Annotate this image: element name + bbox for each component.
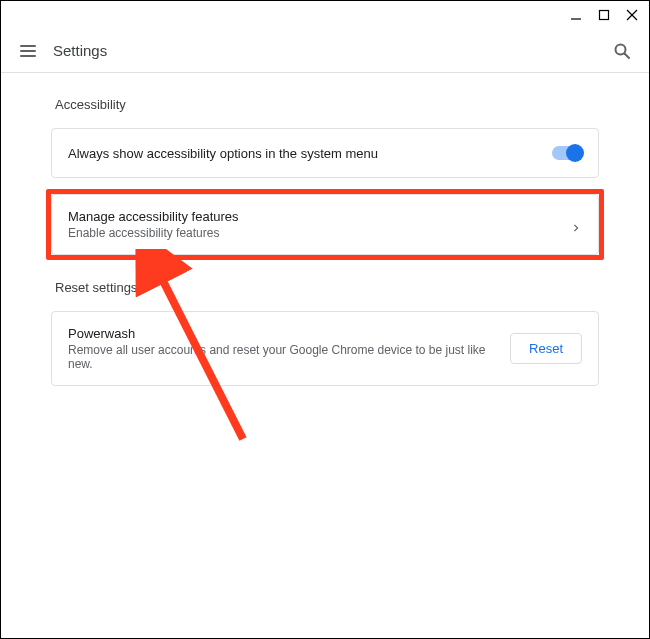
reset-button[interactable]: Reset [510, 333, 582, 364]
always-show-accessibility-label: Always show accessibility options in the… [68, 146, 552, 161]
svg-rect-1 [600, 11, 609, 20]
annotation-highlight: Manage accessibility features Enable acc… [46, 189, 604, 260]
powerwash-row: Powerwash Remove all user accounts and r… [52, 312, 598, 385]
always-show-accessibility-toggle[interactable] [552, 146, 582, 160]
chevron-right-icon [572, 220, 582, 230]
manage-accessibility-sub: Enable accessibility features [68, 226, 572, 240]
always-show-accessibility-card: Always show accessibility options in the… [51, 128, 599, 178]
always-show-accessibility-row[interactable]: Always show accessibility options in the… [52, 129, 598, 177]
accessibility-section-title: Accessibility [55, 97, 595, 112]
settings-content: Accessibility Always show accessibility … [1, 73, 649, 386]
window-frame: Settings Accessibility Always show acces… [0, 0, 650, 639]
close-button[interactable] [625, 8, 639, 22]
minimize-button[interactable] [569, 8, 583, 22]
page-title: Settings [53, 42, 107, 59]
powerwash-label: Powerwash [68, 326, 510, 341]
maximize-button[interactable] [597, 8, 611, 22]
svg-line-5 [625, 53, 630, 58]
manage-accessibility-label: Manage accessibility features [68, 209, 572, 224]
manage-accessibility-row[interactable]: Manage accessibility features Enable acc… [52, 195, 598, 254]
app-header: Settings [1, 29, 649, 73]
search-icon[interactable] [613, 42, 631, 60]
powerwash-sub: Remove all user accounts and reset your … [68, 343, 510, 371]
manage-accessibility-card: Manage accessibility features Enable acc… [51, 194, 599, 255]
reset-section-title: Reset settings [55, 280, 595, 295]
hamburger-menu-icon[interactable] [19, 42, 37, 60]
window-titlebar [1, 1, 649, 29]
powerwash-card: Powerwash Remove all user accounts and r… [51, 311, 599, 386]
